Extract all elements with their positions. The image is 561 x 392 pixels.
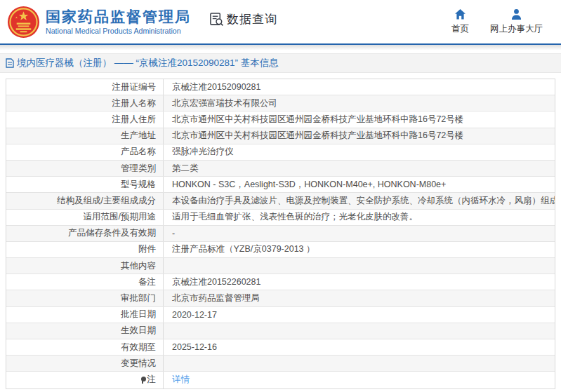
- document-search-icon: [209, 12, 224, 27]
- row-label: 型号规格: [6, 177, 164, 192]
- row-value: 2025-12-16: [164, 339, 555, 355]
- site-brand: 国家药品监督管理局 National Medical Products Admi…: [46, 8, 191, 34]
- row-value: [164, 356, 555, 371]
- row-label: 产品名称: [6, 144, 164, 160]
- row-label: 批准日期: [6, 307, 164, 323]
- row-label: 管理类别: [6, 161, 164, 176]
- row-label: 注册证编号: [6, 79, 164, 95]
- row-value: 京械注准20152260281: [164, 274, 555, 290]
- table-row: 生效日期: [6, 323, 555, 339]
- details-link[interactable]: 详情: [172, 374, 190, 386]
- row-value: 强脉冲光治疗仪: [164, 144, 555, 160]
- national-emblem-logo: [7, 6, 40, 39]
- breadcrumb-text: 境内医疗器械（注册） —— “京械注准20152090281” 基本信息: [17, 57, 279, 69]
- top-nav: 首页 网上办事大厅: [451, 8, 543, 35]
- data-query-label: 数据查询: [227, 11, 277, 27]
- row-value: -: [164, 226, 555, 241]
- breadcrumb: 境内医疗器械（注册） —— “京械注准20152090281” 基本信息: [0, 53, 561, 73]
- table-row: 注册证编号京械注准20152090281: [6, 79, 555, 95]
- home-icon: [454, 8, 466, 20]
- row-label: 注册人名称: [6, 95, 164, 111]
- row-label: 变更情况: [6, 356, 164, 371]
- row-value: 北京宏强富瑞技术有限公司: [164, 95, 555, 111]
- info-table: 注册证编号京械注准20152090281注册人名称北京宏强富瑞技术有限公司注册人…: [6, 79, 555, 389]
- table-row: 变更情况: [6, 356, 555, 372]
- table-row: 结构及组成/主要组成成分本设备由治疗手具及滤波片、电源及控制装置、安全防护系统、…: [6, 193, 555, 209]
- row-value: 北京市药品监督管理局: [164, 290, 555, 306]
- row-label: 注: [6, 372, 164, 388]
- row-label: 备注: [6, 274, 164, 290]
- site-header: 国家药品监督管理局 National Medical Products Admi…: [0, 0, 561, 43]
- table-row: 审批部门北京市药品监督管理局: [6, 290, 555, 306]
- row-label: 适用范围/预期用途: [6, 210, 164, 225]
- page-subtitle: National Medical Products Administration: [46, 27, 191, 35]
- person-icon: [510, 8, 522, 20]
- table-row: 管理类别第二类: [6, 161, 555, 177]
- row-value: 本设备由治疗手具及滤波片、电源及控制装置、安全防护系统、冷却系统（内循环水冷，风…: [164, 193, 555, 208]
- table-row: 注册人住所北京市通州区中关村科技园区通州园金桥科技产业基地环科中路16号72号楼: [6, 111, 555, 128]
- data-query-section[interactable]: 数据查询: [209, 11, 277, 27]
- row-value: 第二类: [164, 161, 555, 176]
- row-label: 注册人住所: [6, 111, 164, 127]
- row-label: 附件: [6, 242, 164, 257]
- table-row: 产品名称强脉冲光治疗仪: [6, 144, 555, 161]
- nav-item-label: 首页: [451, 23, 469, 35]
- row-value: 注册产品标准（YZB/京0379-2013 ）: [164, 242, 555, 257]
- nav-item-home[interactable]: 首页: [451, 8, 469, 35]
- row-value: 北京市通州区中关村科技园区通州园金桥科技产业基地环科中路16号72号楼: [164, 111, 555, 127]
- row-value: HONKON - S3C，Aeslight-S3D，HONKON-M40e+, …: [164, 177, 555, 192]
- row-label: 其他内容: [6, 258, 164, 273]
- pin-icon: [140, 377, 146, 384]
- nav-item-label: 网上办事大厅: [490, 23, 543, 35]
- row-value: 详情: [164, 372, 555, 388]
- row-value: 适用于毛细血管扩张、浅表性色斑的治疗；光老化皮肤的改善。: [164, 210, 555, 225]
- row-value: 北京市通州区中关村科技园区通州园金桥科技产业基地环科中路16号72号楼: [164, 128, 555, 144]
- table-row: 注册人名称北京宏强富瑞技术有限公司: [6, 95, 555, 111]
- row-label: 结构及组成/主要组成成分: [6, 193, 164, 208]
- row-value: [164, 258, 555, 273]
- row-label: 产品储存条件及有效期: [6, 226, 164, 241]
- table-row: 注详情: [6, 372, 555, 388]
- row-label: 生产地址: [6, 128, 164, 144]
- table-row: 适用范围/预期用途适用于毛细血管扩张、浅表性色斑的治疗；光老化皮肤的改善。: [6, 210, 555, 226]
- table-row: 附件注册产品标准（YZB/京0379-2013 ）: [6, 242, 555, 258]
- row-label: 审批部门: [6, 290, 164, 306]
- row-label: 有效期至: [6, 339, 164, 355]
- table-row: 有效期至2025-12-16: [6, 339, 555, 356]
- table-row: 批准日期2020-12-17: [6, 307, 555, 323]
- table-row: 其他内容: [6, 258, 555, 274]
- row-value: 2020-12-17: [164, 307, 555, 323]
- row-value: [164, 323, 555, 339]
- table-row: 备注京械注准20152260281: [6, 274, 555, 290]
- table-row: 生产地址北京市通州区中关村科技园区通州园金桥科技产业基地环科中路16号72号楼: [6, 128, 555, 144]
- table-row: 型号规格HONKON - S3C，Aeslight-S3D，HONKON-M40…: [6, 177, 555, 193]
- row-label: 生效日期: [6, 323, 164, 339]
- row-value: 京械注准20152090281: [164, 79, 555, 95]
- table-row: 产品储存条件及有效期-: [6, 226, 555, 242]
- page-title: 国家药品监督管理局: [46, 8, 191, 25]
- nav-item-service-hall[interactable]: 网上办事大厅: [490, 8, 543, 35]
- header-shadow: [0, 45, 561, 50]
- document-icon: [6, 58, 14, 68]
